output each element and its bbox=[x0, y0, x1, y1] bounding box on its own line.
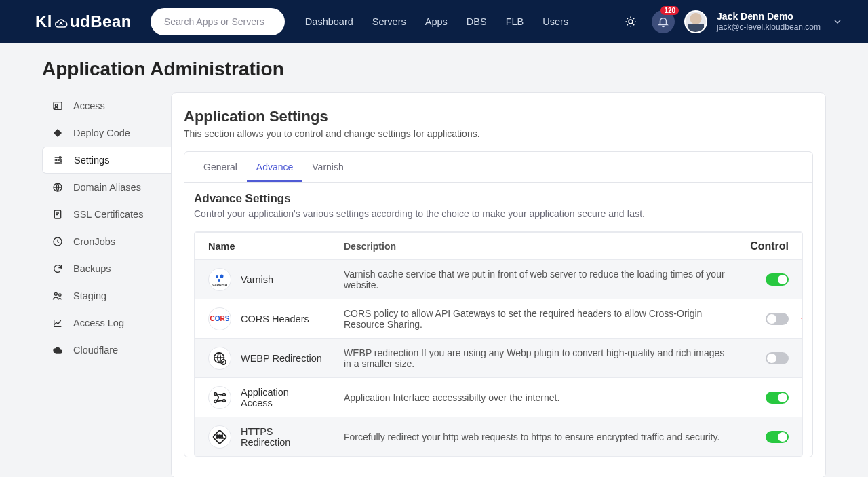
row-name: HTTPS Redirection bbox=[241, 426, 322, 448]
nav-servers[interactable]: Servers bbox=[372, 16, 406, 27]
nav-dbs[interactable]: DBS bbox=[467, 16, 487, 27]
varnish-icon: VARNISH bbox=[208, 268, 231, 291]
row-name: WEBP Redirection bbox=[241, 353, 322, 364]
svg-text:VARNISH: VARNISH bbox=[212, 283, 228, 287]
notification-badge: 120 bbox=[660, 6, 679, 15]
user-card-icon bbox=[52, 100, 64, 112]
col-name-header: Name bbox=[208, 241, 344, 252]
nav-apps[interactable]: Apps bbox=[425, 16, 448, 27]
section-title: Advance Settings bbox=[194, 192, 803, 206]
svg-point-2 bbox=[55, 104, 57, 107]
nav-users[interactable]: Users bbox=[542, 16, 568, 27]
svg-point-20 bbox=[223, 399, 226, 402]
sidebar-item-deploy-code[interactable]: Deploy Code bbox=[42, 119, 171, 147]
svg-point-19 bbox=[223, 393, 226, 396]
toggle-webp-redirection[interactable] bbox=[766, 352, 789, 364]
svg-point-0 bbox=[629, 20, 633, 24]
table-row: WEBP Redirection WEBP redirection If you… bbox=[195, 338, 802, 377]
svg-point-4 bbox=[56, 159, 58, 161]
cors-icon: CORS bbox=[208, 307, 231, 330]
tab-general[interactable]: General bbox=[194, 152, 247, 182]
brand-logo[interactable]: Kl udBean bbox=[35, 12, 132, 31]
row-desc: Forcefully redirect your http web reques… bbox=[344, 432, 741, 442]
user-menu[interactable]: Jack Denn Demo jack@c-level.kloudbean.co… bbox=[717, 11, 821, 32]
row-name: CORS Headers bbox=[241, 313, 309, 324]
sidebar-item-cronjobs[interactable]: CronJobs bbox=[42, 228, 171, 255]
sidebar-item-access-log[interactable]: Access Log bbox=[42, 309, 171, 337]
certificate-icon bbox=[52, 208, 64, 221]
svg-point-13 bbox=[218, 279, 220, 282]
svg-point-9 bbox=[54, 292, 57, 295]
toggle-cors-headers[interactable] bbox=[766, 313, 789, 325]
table-row: Application Access Application Interface… bbox=[195, 377, 802, 417]
primary-nav: Dashboard Servers Apps DBS FLB Users bbox=[305, 16, 568, 27]
svg-point-11 bbox=[216, 275, 218, 278]
search-input[interactable] bbox=[164, 16, 271, 27]
sidebar-item-cloudflare[interactable]: Cloudflare bbox=[42, 337, 171, 364]
svg-point-17 bbox=[214, 392, 217, 395]
user-email: jack@c-level.kloudbean.com bbox=[717, 22, 821, 32]
toggle-https-redirection[interactable] bbox=[766, 431, 789, 443]
diamond-icon bbox=[52, 127, 64, 139]
table-row: CORS CORS Headers CORS policy to allow A… bbox=[195, 299, 802, 338]
svg-point-3 bbox=[59, 157, 61, 159]
people-icon bbox=[52, 290, 64, 302]
toggle-varnish[interactable] bbox=[766, 273, 789, 286]
row-desc: CORS policy to allow API Gateways to set… bbox=[344, 308, 741, 330]
settings-table: Name Description Control VARNISH Varnish… bbox=[194, 231, 803, 457]
table-row: VARNISH Varnish Varnish cache service th… bbox=[195, 259, 802, 299]
table-header: Name Description Control bbox=[195, 232, 802, 259]
refresh-icon bbox=[52, 263, 64, 275]
access-icon bbox=[208, 386, 231, 409]
svg-point-12 bbox=[220, 274, 224, 278]
clock-icon bbox=[52, 235, 64, 248]
theme-toggle[interactable] bbox=[619, 10, 642, 33]
col-ctrl-header: Control bbox=[741, 240, 789, 252]
cloud-icon bbox=[52, 344, 64, 356]
tab-varnish[interactable]: Varnish bbox=[302, 152, 353, 182]
notifications-button[interactable]: 120 bbox=[652, 10, 675, 33]
row-desc: Application Interface accesssibilty over… bbox=[344, 392, 741, 403]
cloud-icon bbox=[54, 14, 68, 29]
row-desc: WEBP redirection If you are using any We… bbox=[344, 347, 741, 369]
sliders-icon bbox=[52, 154, 64, 166]
row-name: Application Access bbox=[241, 387, 322, 408]
sidebar-item-domain-aliases[interactable]: Domain Aliases bbox=[42, 174, 171, 201]
page-title: Application Administration bbox=[42, 58, 826, 80]
card-subtitle: This section allows you to control and c… bbox=[184, 128, 813, 139]
sidebar-item-ssl-certificates[interactable]: SSL Certificates bbox=[42, 201, 171, 228]
bell-icon bbox=[657, 16, 669, 28]
nav-dashboard[interactable]: Dashboard bbox=[305, 16, 353, 27]
svg-point-5 bbox=[60, 162, 62, 164]
table-row: 301 HTTPS Redirection Forcefully redirec… bbox=[195, 417, 802, 456]
card-title: Application Settings bbox=[184, 108, 813, 126]
chevron-down-icon[interactable] bbox=[834, 18, 841, 25]
sidebar-item-backups[interactable]: Backups bbox=[42, 255, 171, 282]
tab-advance[interactable]: Advance bbox=[247, 152, 302, 182]
https-icon: 301 bbox=[208, 425, 231, 449]
user-name: Jack Denn Demo bbox=[717, 11, 821, 22]
sidebar-item-access[interactable]: Access bbox=[42, 92, 171, 119]
nav-flb[interactable]: FLB bbox=[506, 16, 524, 27]
avatar[interactable] bbox=[684, 10, 707, 33]
svg-point-18 bbox=[214, 400, 217, 402]
globe-icon bbox=[52, 181, 64, 193]
webp-icon bbox=[208, 347, 231, 370]
search-box[interactable] bbox=[151, 8, 285, 35]
toggle-application-access[interactable] bbox=[766, 392, 789, 404]
col-desc-header: Description bbox=[344, 241, 741, 252]
sidebar-item-staging[interactable]: Staging bbox=[42, 282, 171, 309]
section-desc: Control your application's various setti… bbox=[194, 208, 803, 219]
svg-text:301: 301 bbox=[216, 434, 224, 438]
settings-card: Application Settings This section allows… bbox=[171, 92, 826, 477]
settings-tabs: General Advance Varnish bbox=[184, 152, 812, 183]
sidebar-item-settings[interactable]: Settings bbox=[42, 147, 171, 174]
sun-icon bbox=[625, 16, 637, 28]
row-desc: Varnish cache service that we put in fro… bbox=[344, 269, 741, 290]
svg-point-10 bbox=[59, 294, 61, 296]
row-name: Varnish bbox=[241, 274, 273, 285]
top-navbar: Kl udBean Dashboard Servers Apps DBS FLB… bbox=[0, 0, 868, 43]
chart-icon bbox=[52, 317, 64, 329]
sidebar: Access Deploy Code Settings Domain Alias… bbox=[42, 92, 171, 477]
